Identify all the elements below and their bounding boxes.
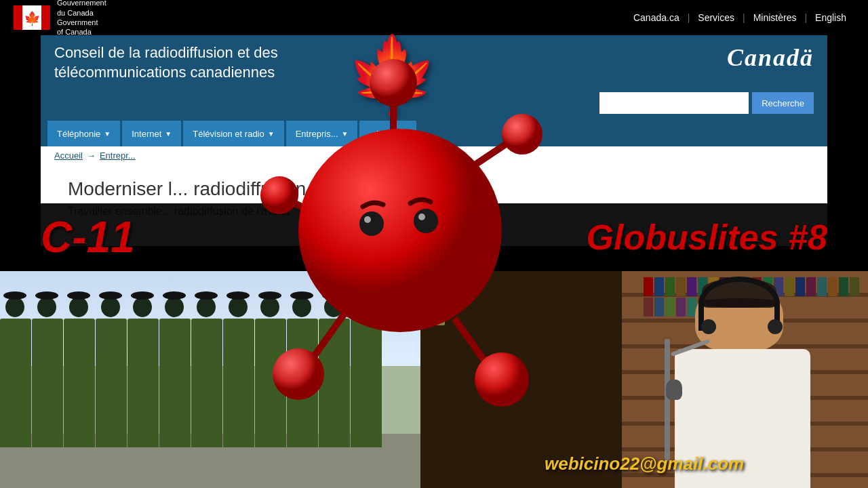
book-0 [644, 277, 653, 296]
officer-5 [127, 319, 159, 447]
search-input[interactable] [599, 92, 749, 114]
breadcrumb-home[interactable]: Accueil [54, 150, 83, 161]
officer-2 [32, 319, 63, 447]
top-navigation: 🍁 Gouvernement du Canada Government of C… [0, 0, 868, 35]
svg-point-12 [414, 209, 438, 233]
ministeres-link[interactable]: Ministères [745, 12, 805, 23]
nav-internet[interactable]: Internet ▼ [122, 121, 181, 146]
title-line1: Conseil de la radiodiffusion et des [54, 44, 278, 61]
svg-point-8 [260, 176, 298, 214]
svg-line-14 [312, 312, 346, 359]
breadcrumb-arrow: → [87, 150, 96, 161]
mascot-molecule [258, 54, 556, 420]
officer-8 [223, 319, 254, 447]
government-name: Gouvernement du Canada Government of Can… [57, 0, 106, 37]
title-line2: télécommunications canadiennes [54, 64, 275, 81]
officer-7 [191, 319, 222, 447]
svg-point-9 [298, 129, 502, 332]
headphone-right [768, 319, 783, 334]
canada-flag-icon: 🍁 [14, 5, 50, 30]
chevron-down-icon-2: ▼ [165, 130, 172, 138]
svg-point-4 [370, 59, 417, 106]
gov-name-fr2: du Canada [57, 8, 106, 18]
svg-text:🍁: 🍁 [24, 10, 41, 26]
email-label: webicino22@gmail.com [545, 453, 744, 474]
chevron-down-icon: ▼ [104, 130, 111, 138]
svg-point-15 [273, 348, 324, 400]
svg-point-6 [502, 114, 542, 155]
officer-3 [64, 319, 95, 447]
svg-point-13 [418, 214, 425, 220]
mic-head [666, 380, 682, 400]
host-headphones [698, 277, 780, 331]
svg-point-10 [359, 211, 384, 236]
services-link[interactable]: Services [690, 12, 743, 23]
book-20 [644, 298, 653, 317]
canada-ca-link[interactable]: Canada.ca [625, 12, 688, 23]
headphone-left [701, 319, 716, 334]
book-17 [828, 277, 837, 296]
book-19 [850, 277, 859, 296]
nav-television-label: Télévision et radio [193, 129, 264, 139]
crtc-title: Conseil de la radiodiffusion et des télé… [54, 43, 278, 82]
mic-stand [665, 339, 670, 461]
nav-telephonie-label: Téléphonie [57, 129, 100, 139]
canada-wordmark: Canadä [727, 43, 814, 72]
book-18 [839, 277, 848, 296]
full-page: 🍁 Gouvernement du Canada Government of C… [0, 0, 868, 488]
nav-internet-label: Internet [132, 129, 161, 139]
breadcrumb-current[interactable]: Entrepr... [100, 150, 136, 161]
search-bar: Recherche [599, 92, 814, 114]
gov-name-fr: Gouvernement [57, 0, 106, 8]
officer-4 [96, 319, 127, 447]
top-nav-links: Canada.ca | Services | Ministères | Engl… [625, 12, 854, 23]
svg-point-17 [475, 352, 529, 407]
c11-label: C-11 [41, 212, 135, 262]
globuslites-label: Globuslites #8 [587, 217, 827, 258]
search-button[interactable]: Recherche [752, 92, 814, 114]
gov-name-en2: of Canada [57, 27, 106, 37]
nav-telephonie[interactable]: Téléphonie ▼ [47, 121, 120, 146]
government-logo: 🍁 Gouvernement du Canada Government of C… [14, 0, 106, 37]
gov-name-en: Government [57, 18, 106, 27]
svg-point-11 [364, 216, 371, 223]
officer-6 [159, 319, 191, 447]
english-link[interactable]: English [807, 12, 854, 23]
svg-line-16 [454, 319, 488, 366]
officer-1 [0, 319, 31, 447]
